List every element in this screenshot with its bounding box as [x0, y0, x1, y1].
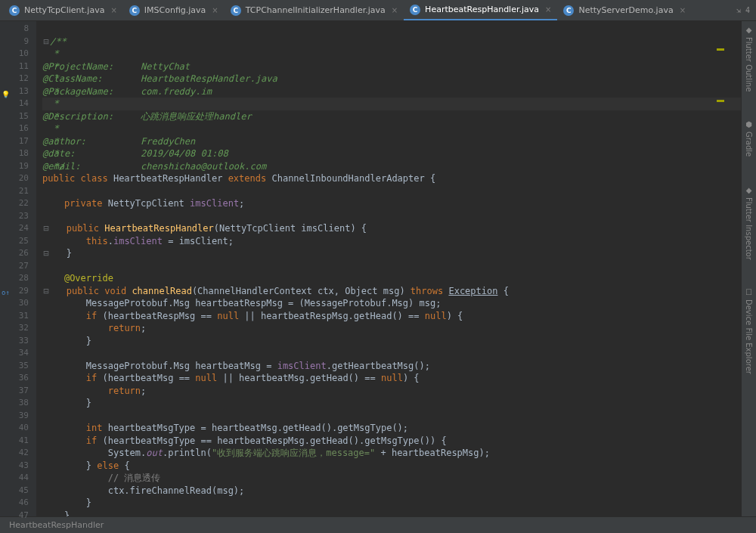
class-icon: C [231, 5, 241, 16]
tab-label: NettyTcpClient.java [24, 5, 104, 15]
tab-imsconfig[interactable]: C IMSConfig.java × [123, 1, 225, 20]
editor-tabs-bar: C NettyTcpClient.java × C IMSConfig.java… [0, 0, 756, 21]
bulb-icon[interactable]: 💡 [2, 88, 9, 96]
tabs-overflow[interactable]: ⇲ 4 [736, 6, 756, 14]
editor-wrapper: 💡 o↑ 89101112131415161718192021222324252… [0, 21, 756, 516]
tool-device-file-explorer[interactable]: ☐ Device File Explorer [745, 288, 753, 374]
flutter-icon: ◆ [746, 186, 752, 194]
close-icon[interactable]: × [680, 6, 686, 14]
expand-icon: ⇲ [736, 6, 741, 14]
override-icon[interactable]: o↑ [2, 287, 9, 294]
breadcrumb-bar: HeartbeatRespHandler [0, 516, 756, 533]
class-icon: C [563, 5, 574, 16]
class-icon: C [129, 5, 140, 16]
tool-flutter-inspector[interactable]: ◆ Flutter Inspector [745, 186, 753, 260]
tabs-count: 4 [745, 6, 750, 14]
tool-flutter-outline[interactable]: ◆ Flutter Outline [745, 26, 753, 91]
gutter: 💡 o↑ 89101112131415161718192021222324252… [0, 21, 36, 516]
class-icon: C [9, 5, 20, 16]
tab-nettytcpclient[interactable]: C NettyTcpClient.java × [3, 1, 123, 20]
right-tool-rail: ◆ Flutter Outline ⬢ Gradle ◆ Flutter Ins… [741, 21, 756, 516]
close-icon[interactable]: × [545, 5, 551, 14]
close-icon[interactable]: × [212, 6, 218, 14]
tab-label: TCPChannelInitializerHandler.java [246, 5, 386, 15]
class-icon: C [410, 5, 420, 15]
tab-tcpchannelinitializerhandler[interactable]: C TCPChannelInitializerHandler.java × [225, 1, 404, 20]
tab-label: NettyServerDemo.java [578, 5, 673, 15]
code-editor[interactable]: ⊟/** * @ProjectName: NettyChat * @ClassN… [36, 21, 741, 516]
tab-nettyserverdemo[interactable]: C NettyServerDemo.java × [557, 1, 692, 20]
close-icon[interactable]: × [110, 6, 116, 14]
close-icon[interactable]: × [392, 6, 398, 14]
minimap-warning[interactable] [717, 48, 724, 51]
minimap-warning[interactable] [717, 100, 724, 102]
gradle-icon: ⬢ [745, 120, 752, 129]
tab-label: HeartbeatRespHandler.java [425, 5, 539, 14]
tool-gradle[interactable]: ⬢ Gradle [745, 120, 753, 156]
flutter-icon: ◆ [746, 26, 752, 34]
tab-heartbeatresphandler[interactable]: C HeartbeatRespHandler.java × [404, 1, 557, 20]
device-icon: ☐ [745, 288, 752, 296]
tab-label: IMSConfig.java [144, 5, 206, 15]
